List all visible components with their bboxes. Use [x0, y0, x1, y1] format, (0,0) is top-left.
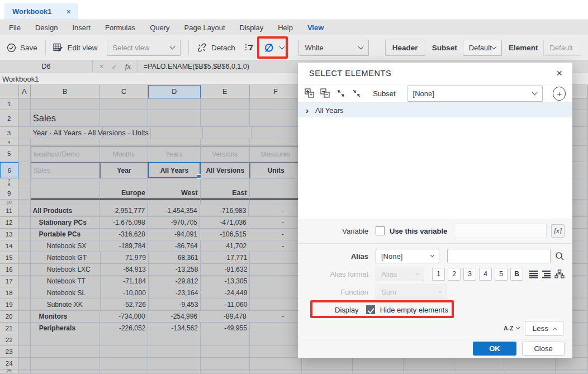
cell-L24[interactable] — [556, 358, 588, 370]
cell-F7[interactable] — [250, 178, 302, 187]
cell-B11[interactable]: All Products — [31, 205, 100, 217]
cell-A15[interactable] — [18, 252, 30, 264]
cell-A25[interactable] — [18, 370, 30, 373]
cell-E2[interactable] — [201, 110, 250, 127]
hierarchy-icon[interactable] — [554, 269, 565, 279]
alias-search-input[interactable] — [447, 249, 551, 263]
formula-accept-icon[interactable]: ✓ — [111, 63, 117, 71]
cell-C5[interactable]: Months — [100, 146, 148, 162]
formula-cancel-icon[interactable]: × — [99, 63, 103, 70]
cell-E7[interactable] — [201, 178, 250, 187]
cell-E11[interactable]: -716,983 — [200, 205, 249, 217]
cell-B20[interactable]: Monitors — [31, 311, 100, 323]
row-header-6[interactable]: 6 — [0, 162, 18, 178]
cell-B1[interactable] — [31, 98, 100, 110]
cell-F13[interactable]: - — [249, 229, 303, 240]
cell-E6[interactable]: All Versions — [201, 162, 250, 178]
row-header-2[interactable]: 2 — [0, 110, 18, 127]
cell-D15[interactable]: 68,361 — [149, 252, 201, 264]
cell-D10[interactable] — [148, 200, 201, 205]
cell-C2[interactable] — [100, 110, 148, 127]
row-header-10[interactable]: 10 — [0, 200, 18, 205]
cell-D20[interactable]: -254,996 — [148, 311, 200, 323]
cell-A13[interactable] — [18, 229, 30, 240]
search-icon[interactable] — [555, 251, 565, 261]
flat-list-icon[interactable] — [529, 269, 538, 279]
cell-A12[interactable] — [18, 217, 30, 229]
cell-B14[interactable]: Notebook SX — [31, 240, 101, 252]
level-4-button[interactable]: 4 — [479, 268, 492, 281]
level-5-button[interactable]: 5 — [495, 268, 508, 281]
cell-D3[interactable] — [151, 127, 203, 139]
cell-E22[interactable] — [201, 334, 250, 346]
cell-C14[interactable]: -189,784 — [100, 240, 148, 252]
ok-button[interactable]: OK — [473, 342, 516, 356]
cell-F9[interactable] — [250, 187, 302, 200]
cell-C12[interactable]: -1,675,098 — [100, 217, 148, 229]
cell-C24[interactable] — [100, 358, 148, 370]
cell-B7[interactable] — [31, 178, 100, 187]
cell-B17[interactable]: Notebook TT — [31, 276, 101, 287]
cell-D16[interactable]: -13,258 — [149, 264, 201, 276]
cell-B23[interactable] — [31, 346, 100, 358]
cell-B15[interactable]: Notebook GT — [31, 252, 101, 264]
cell-C23[interactable] — [100, 346, 148, 358]
cell-A19[interactable] — [18, 299, 30, 311]
row-header-18[interactable]: 18 — [0, 287, 18, 299]
cell-G24[interactable] — [302, 358, 353, 370]
cell-E19[interactable]: -11,060 — [201, 299, 250, 311]
row-header-12[interactable]: 12 — [0, 217, 18, 229]
cell-C15[interactable]: 71,979 — [101, 252, 149, 264]
cell-F16[interactable] — [250, 264, 302, 276]
cell-J25[interactable] — [454, 370, 505, 373]
cell-B13[interactable]: Portable PCs — [31, 229, 100, 240]
row-header-4[interactable]: 4 — [0, 139, 18, 146]
cell-E4[interactable] — [201, 139, 250, 146]
cell-F12[interactable]: - — [249, 217, 303, 229]
cell-G25[interactable] — [302, 370, 353, 373]
cell-I24[interactable] — [404, 358, 454, 370]
variable-input[interactable] — [454, 224, 547, 238]
cell-B6[interactable]: Sales — [31, 162, 100, 178]
column-header-E[interactable]: E — [201, 85, 250, 98]
cell-A5[interactable] — [18, 146, 30, 162]
cell-C17[interactable]: -71,184 — [101, 276, 149, 287]
sort-az-dropdown[interactable]: A-Z — [504, 325, 520, 332]
cell-A17[interactable] — [18, 276, 30, 287]
cell-D25[interactable] — [148, 370, 201, 373]
cell-D6[interactable]: All Years — [148, 162, 201, 178]
cell-A14[interactable] — [18, 240, 30, 252]
cell-B16[interactable]: Notebook LXC — [31, 264, 101, 276]
tree-expand-chevron-icon[interactable]: › — [306, 106, 309, 115]
expand-branch-icon[interactable] — [336, 88, 346, 98]
less-button[interactable]: Less — [525, 321, 563, 336]
cell-C20[interactable]: -734,000 — [100, 311, 148, 323]
expand-all-icon[interactable] — [305, 88, 315, 98]
cell-B5[interactable]: localhost/Demo — [31, 146, 100, 162]
menu-insert[interactable]: Insert — [72, 23, 91, 32]
cell-F2[interactable] — [250, 110, 302, 127]
alias-dropdown[interactable]: [None] — [376, 249, 439, 263]
cell-F21[interactable] — [250, 323, 302, 334]
use-this-variable-checkbox[interactable] — [376, 226, 385, 235]
tab-close-icon[interactable]: × — [67, 8, 71, 16]
cell-A23[interactable] — [18, 346, 30, 358]
cell-E14[interactable]: 41,702 — [201, 240, 250, 252]
cell-E16[interactable]: -81,632 — [201, 264, 250, 276]
cell-A21[interactable] — [18, 323, 30, 334]
row-header-15[interactable]: 15 — [0, 252, 18, 264]
cell-A2[interactable] — [18, 110, 30, 127]
menu-query[interactable]: Query — [150, 23, 169, 32]
row-header-7[interactable]: 78 — [0, 178, 18, 187]
cell-F23[interactable] — [250, 346, 302, 358]
cell-E21[interactable]: -49,955 — [201, 323, 250, 334]
level-1-button[interactable]: 1 — [432, 268, 445, 281]
cell-F3[interactable] — [252, 127, 304, 139]
cell-A11[interactable] — [18, 205, 30, 217]
cell-C13[interactable]: -316,628 — [100, 229, 148, 240]
cell-D2[interactable] — [148, 110, 201, 127]
row-header-25[interactable]: 25 — [0, 370, 18, 373]
cell-A4[interactable] — [18, 139, 30, 146]
cell-E18[interactable]: -24,449 — [201, 287, 250, 299]
select-view-dropdown[interactable]: Select view — [107, 40, 181, 56]
